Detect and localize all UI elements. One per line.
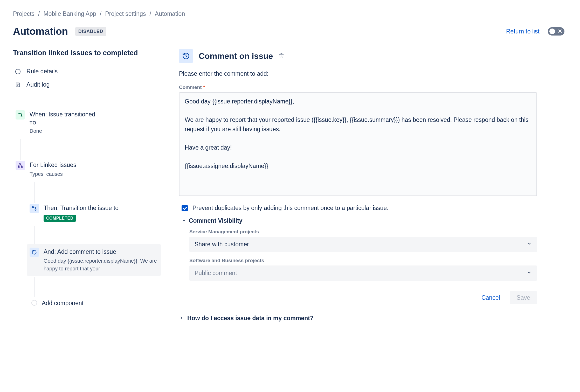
comment-textarea[interactable] [179,92,537,196]
svg-point-7 [18,113,20,114]
chain-comment-preview: Good day {{issue.reporter.displayName}},… [44,257,158,272]
svg-point-8 [21,116,22,117]
transition-icon [30,204,39,213]
sm-projects-label: Service Management projects [189,229,537,235]
chain-trigger-to-value: Done [30,127,158,135]
delete-component-button[interactable] [279,53,284,59]
sw-projects-label: Software and Business projects [189,258,537,263]
toggle-off-icon [558,29,562,34]
breadcrumb: Projects / Mobile Banking App / Project … [13,10,564,17]
comment-visibility-toggle[interactable]: Comment Visibility [182,217,537,224]
breadcrumb-project-name[interactable]: Mobile Banking App [43,10,96,17]
nav-rule-details[interactable]: Rule details [13,65,161,78]
comment-field-label: Comment * [179,85,537,90]
sm-visibility-select[interactable]: Share with customer [189,237,537,252]
chevron-down-icon [527,241,532,248]
chevron-down-icon [182,217,186,224]
chain-trigger[interactable]: When: Issue transitioned TO Done [13,107,161,138]
nav-label: Audit log [26,81,50,88]
help-heading: How do I access issue data in my comment… [187,315,314,322]
instruction-text: Please enter the comment to add: [179,70,537,77]
prevent-duplicates-label: Prevent duplicates by only adding this c… [192,205,389,212]
status-badge: DISABLED [75,27,106,36]
chevron-down-icon [527,270,532,277]
svg-point-12 [32,207,34,208]
save-button[interactable]: Save [510,291,537,304]
breadcrumb-projects[interactable]: Projects [13,10,34,17]
chain-comment-title: And: Add comment to issue [44,248,158,256]
chain-action-status: COMPLETED [44,215,76,222]
return-to-list-link[interactable]: Return to list [506,28,540,35]
page-title: Automation [13,26,68,37]
chain-trigger-to-label: TO [30,120,158,127]
help-toggle[interactable]: How do I access issue data in my comment… [179,315,537,322]
component-title: Comment on issue [199,51,273,61]
chain-branch[interactable]: For Linked issues Types: causes [13,157,161,181]
cancel-button[interactable]: Cancel [475,291,507,304]
chain-branch-title: For Linked issues [30,161,158,169]
svg-point-13 [35,209,36,211]
rule-enable-toggle[interactable] [548,27,564,36]
nav-label: Rule details [26,68,58,75]
comment-action-icon [30,248,39,257]
svg-rect-10 [18,166,19,167]
nav-audit-log[interactable]: Audit log [13,78,161,91]
breadcrumb-sep: / [100,10,101,17]
chain-action-title: Then: Transition the issue to [44,204,158,212]
chain-action-transition[interactable]: Then: Transition the issue to COMPLETED [27,200,161,225]
svg-rect-9 [20,163,21,164]
trigger-icon [16,110,25,120]
chain-add-component[interactable]: Add component [27,295,161,312]
breadcrumb-project-settings[interactable]: Project settings [105,10,146,17]
branch-icon [16,161,25,170]
add-component-icon [31,300,37,306]
chain-action-comment[interactable]: And: Add comment to issue Good day {{iss… [27,244,161,276]
chain-trigger-title: When: Issue transitioned [30,110,158,118]
visibility-heading: Comment Visibility [189,217,243,224]
rule-name: Transition linked issues to completed [13,49,161,57]
breadcrumb-sep: / [149,10,151,17]
sw-visibility-value: Public comment [195,270,237,277]
svg-line-15 [186,56,187,57]
info-icon [15,68,21,75]
breadcrumb-automation[interactable]: Automation [155,10,185,17]
chevron-right-icon [179,315,184,322]
sm-visibility-value: Share with customer [195,241,249,248]
svg-rect-11 [21,166,22,167]
component-icon [179,49,193,63]
sw-visibility-select[interactable]: Public comment [189,265,537,281]
chain-branch-sub: Types: causes [30,170,158,178]
prevent-duplicates-checkbox[interactable] [182,205,188,211]
chain-add-label: Add component [42,299,158,307]
breadcrumb-sep: / [38,10,40,17]
audit-log-icon [15,81,21,88]
